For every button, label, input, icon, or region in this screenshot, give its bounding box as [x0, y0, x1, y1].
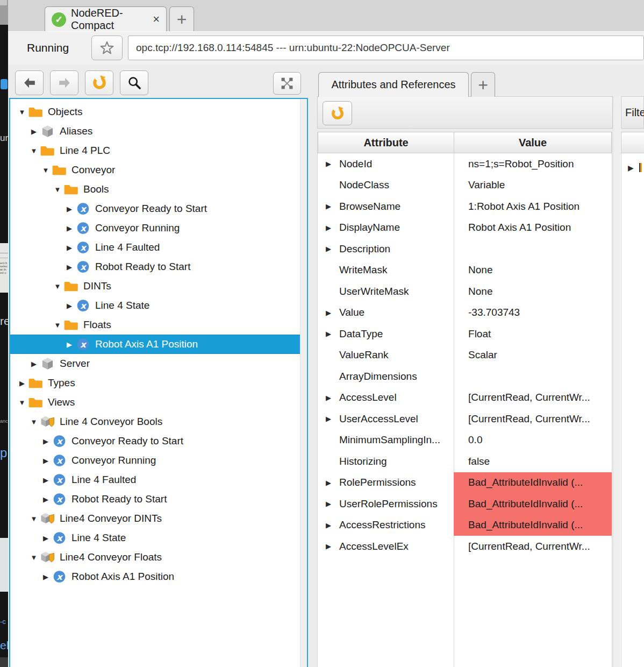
expander-icon[interactable]: ▶ [63, 205, 76, 213]
attribute-row[interactable]: ▶ AccessLevelEx [CurrentRead, CurrentWr.… [318, 536, 612, 557]
expander-icon[interactable]: ▶ [318, 479, 339, 487]
tree-item[interactable]: ▶ x Robot Ready to Start [10, 257, 300, 276]
expander-icon[interactable]: ▶ [63, 263, 76, 271]
expander-icon[interactable]: ▼ [27, 147, 40, 155]
expander-icon[interactable]: ▶ [318, 415, 339, 423]
expander-icon[interactable]: ▶ [39, 437, 52, 445]
tree-item[interactable]: ▶ x Line 4 State [10, 528, 300, 548]
expander-icon[interactable]: ▶ [318, 309, 339, 317]
expander-icon[interactable]: ▶ [16, 379, 28, 387]
attribute-row[interactable]: ▶ UserRolePermissions Bad_AttributeIdInv… [318, 493, 612, 515]
attribute-row[interactable]: ▶ BrowseName 1:Robot Axis A1 Position [318, 196, 612, 217]
tree-item[interactable]: ▼ Conveyor [10, 160, 300, 180]
expander-icon[interactable]: ▶ [318, 394, 339, 402]
tree-item[interactable]: ▼ Objects [10, 102, 300, 122]
tree-item[interactable]: ▶ x Conveyor Running [10, 218, 300, 238]
expander-icon[interactable]: ▶ [39, 476, 52, 484]
tab-attributes-and-references[interactable]: Attributes and References [318, 72, 469, 97]
expander-icon[interactable]: ▶ [39, 534, 52, 542]
expander-icon[interactable]: ▶ [39, 457, 52, 465]
attribute-row[interactable]: ▶ AccessRestrictions Bad_AttributeIdInva… [318, 515, 612, 536]
attributes-refresh-button[interactable] [323, 101, 352, 125]
attribute-row[interactable]: ▶ UserAccessLevel [CurrentRead, CurrentW… [318, 408, 612, 430]
expander-icon[interactable]: ▼ [39, 166, 52, 174]
tree-item[interactable]: ▶ x Conveyor Running [10, 451, 300, 470]
expander-icon[interactable]: ▶ [63, 340, 76, 349]
expander-icon[interactable]: ▶ [39, 495, 52, 503]
column-header-value[interactable]: Value [454, 132, 612, 153]
expander-icon[interactable]: ▶ [27, 360, 40, 368]
new-tab-button[interactable]: + [169, 6, 194, 32]
attribute-row[interactable]: WriteMask None [318, 260, 612, 281]
expander-icon[interactable]: ▼ [27, 554, 40, 562]
tree-scrollbar[interactable] [300, 99, 307, 667]
tree-item[interactable]: ▶ x Line 4 Faulted [10, 470, 300, 489]
tree-item[interactable]: ▼ DINTs [10, 276, 300, 296]
attribute-row[interactable]: UserWriteMask None [318, 281, 612, 302]
attribute-row[interactable]: ▶ NodeId ns=1;s=Robot_Position [318, 153, 612, 175]
expander-icon[interactable]: ▶ [318, 245, 339, 253]
back-button[interactable] [15, 70, 44, 95]
expander-icon[interactable]: ▶ [318, 521, 339, 529]
tree-item[interactable]: ▶ x Conveyor Ready to Start [10, 199, 300, 218]
tree-item[interactable]: ▼ Bools [10, 180, 300, 199]
expander-icon[interactable]: ▶ [318, 160, 339, 168]
attribute-row[interactable]: Historizing false [318, 451, 612, 472]
expander-icon[interactable]: ▶ [318, 202, 339, 210]
search-button[interactable] [120, 70, 148, 95]
refresh-button[interactable] [85, 70, 113, 95]
tree-item[interactable]: ▶ x Robot Axis A1 Position [10, 335, 300, 354]
expander-icon[interactable]: ▶ [63, 302, 76, 310]
expander-icon[interactable]: ▶ [318, 500, 339, 508]
attribute-row[interactable]: MinimumSamplingIn... 0.0 [318, 430, 612, 451]
expander-icon[interactable]: ▶ [63, 224, 76, 232]
server-address-input[interactable] [128, 36, 644, 60]
tree-item[interactable]: ▶ Aliases [10, 122, 300, 141]
forward-button[interactable] [50, 70, 78, 95]
expander-icon[interactable]: ▶ [318, 224, 339, 232]
expander-icon[interactable]: ▼ [16, 108, 28, 116]
reference-row[interactable]: ▶ [628, 163, 642, 172]
attribute-row[interactable]: NodeClass Variable [318, 175, 612, 196]
panel-splitter[interactable] [613, 96, 621, 667]
tree-item[interactable]: ▶ x Conveyor Ready to Start [10, 431, 300, 451]
tree-item[interactable]: ▼ Line 4 PLC [10, 141, 300, 160]
expander-icon[interactable]: ▶ [318, 330, 339, 338]
expander-icon[interactable]: ▼ [51, 282, 64, 290]
attribute-row[interactable]: ValueRank Scalar [318, 345, 612, 366]
tree-item[interactable]: ▼ Line4 Conveyor DINTs [10, 509, 300, 528]
tab-close-icon[interactable]: × [153, 12, 160, 26]
attribute-row[interactable]: ▶ DataType Float [318, 323, 612, 345]
attribute-row[interactable]: ArrayDimensions [318, 366, 612, 387]
tree-item[interactable]: ▼ Floats [10, 315, 300, 335]
tree-item[interactable]: ▶ x Line 4 Faulted [10, 238, 300, 257]
expander-icon[interactable]: ▼ [27, 418, 40, 426]
expander-icon[interactable]: ▼ [51, 321, 64, 329]
attribute-row[interactable]: ▶ Value -33.703743 [318, 302, 612, 324]
attribute-row[interactable]: ▶ DisplayName Robot Axis A1 Position [318, 217, 612, 239]
node-graph-button[interactable] [273, 72, 301, 95]
tree-item[interactable]: ▶ Server [10, 354, 300, 373]
expander-icon[interactable]: ▼ [27, 515, 40, 523]
bookmark-button[interactable] [91, 36, 123, 60]
tab-nodered-compact[interactable]: ✓ NodeRED-Compact × [45, 6, 167, 32]
tree-item[interactable]: ▶ x Line 4 State [10, 296, 300, 315]
expander-icon[interactable]: ▶ [39, 573, 52, 581]
expander-icon[interactable]: ▶ [318, 542, 339, 550]
expander-icon[interactable]: ▼ [51, 186, 64, 194]
expander-icon[interactable]: ▶ [628, 164, 634, 172]
attribute-row[interactable]: ▶ AccessLevel [CurrentRead, CurrentWr... [318, 387, 612, 409]
right-panel-new-tab-button[interactable]: + [471, 72, 495, 97]
expander-icon[interactable]: ▶ [63, 244, 76, 252]
tree-item[interactable]: ▶ x Robot Ready to Start [10, 489, 300, 509]
tree-item[interactable]: ▶ Types [10, 373, 300, 393]
tree-item[interactable]: ▼ Line 4 Conveyor Bools [10, 412, 300, 431]
column-header-attribute[interactable]: Attribute [318, 132, 454, 153]
attribute-row[interactable]: ▶ Description [318, 238, 612, 260]
expander-icon[interactable]: ▼ [16, 399, 28, 407]
tree-item[interactable]: ▶ x Robot Axis A1 Position [10, 567, 300, 586]
tree-item[interactable]: ▼ Line4 Conveyor Floats [10, 548, 300, 567]
expander-icon[interactable]: ▶ [27, 127, 40, 136]
attribute-row[interactable]: ▶ RolePermissions Bad_AttributeIdInvalid… [318, 472, 612, 494]
tree-item[interactable]: ▼ Views [10, 393, 300, 412]
